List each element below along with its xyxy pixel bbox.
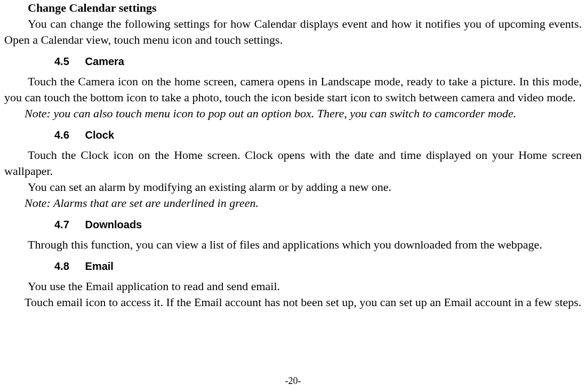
section-4-7-heading: 4.7 Downloads xyxy=(4,217,582,233)
section-4-7-title: Downloads xyxy=(85,219,142,230)
section-4-6-num: 4.6 xyxy=(54,127,82,143)
calendar-settings-heading: Change Calendar settings xyxy=(4,0,582,16)
page-number: -20- xyxy=(0,375,586,387)
section-4-6-note: Note: Alarms that are set are underlined… xyxy=(4,195,582,211)
section-4-6-body2: You can set an alarm by modifying an exi… xyxy=(4,179,582,195)
section-4-5-body: Touch the Camera icon on the home screen… xyxy=(4,74,582,106)
section-4-7-body: Through this function, you can view a li… xyxy=(4,237,582,253)
section-4-5-heading: 4.5 Camera xyxy=(4,53,582,69)
section-4-8-body2: Touch email icon to access it. If the Em… xyxy=(4,294,582,310)
section-4-6-heading: 4.6 Clock xyxy=(4,127,582,143)
section-4-8-body1: You use the Email application to read an… xyxy=(4,278,582,294)
page: Change Calendar settings You can change … xyxy=(0,0,586,392)
section-4-5-title: Camera xyxy=(85,55,124,67)
section-4-5-num: 4.5 xyxy=(54,53,82,69)
calendar-settings-body: You can change the following settings fo… xyxy=(4,16,582,48)
section-4-8-num: 4.8 xyxy=(54,258,82,274)
section-4-6-title: Clock xyxy=(85,129,114,141)
section-4-5-note: Note: you can also touch menu icon to po… xyxy=(4,106,582,122)
section-4-6-body1: Touch the Clock icon on the Home screen.… xyxy=(4,147,582,179)
section-4-7-num: 4.7 xyxy=(54,217,82,233)
section-4-8-heading: 4.8 Email xyxy=(4,258,582,274)
section-4-8-title: Email xyxy=(85,260,114,272)
